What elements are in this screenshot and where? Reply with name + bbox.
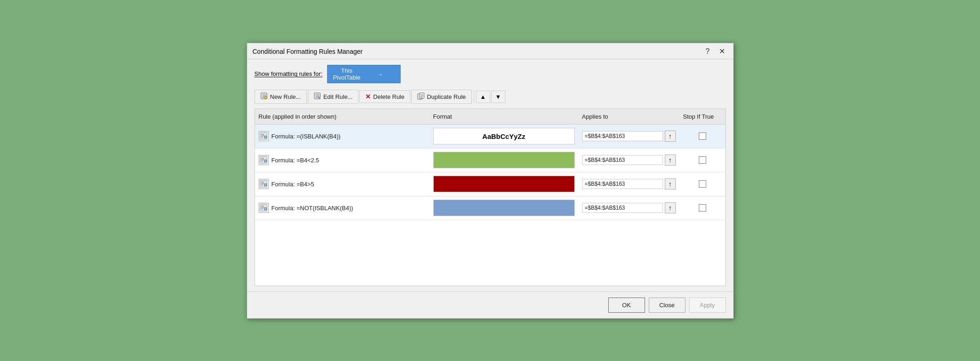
toolbar-separator bbox=[474, 90, 474, 103]
edit-rule-label: Edit Rule... bbox=[323, 93, 353, 100]
toolbar: New Rule... Edit Rule... ✕ Del bbox=[255, 90, 726, 104]
applies-select-btn-0[interactable]: ↑ bbox=[665, 131, 676, 142]
header-stop: Stop If True bbox=[680, 111, 725, 122]
rule-icon-3 bbox=[259, 203, 269, 213]
rule-cell-1: Formula: =B4<2.5 bbox=[255, 149, 430, 172]
format-cell-3 bbox=[430, 196, 578, 220]
rule-text-0: Formula: =(ISBLANK(B4)) bbox=[272, 133, 341, 140]
close-button[interactable]: ✕ bbox=[716, 47, 728, 56]
stop-checkbox-2[interactable] bbox=[699, 180, 706, 188]
duplicate-rule-button[interactable]: Duplicate Rule bbox=[411, 90, 472, 104]
stop-checkbox-1[interactable] bbox=[699, 156, 706, 164]
apply-button[interactable]: Apply bbox=[689, 298, 726, 313]
rule-icon-1 bbox=[259, 155, 269, 165]
applies-select-btn-1[interactable]: ↑ bbox=[665, 155, 676, 166]
dropdown-arrow-icon: ⌄ bbox=[365, 71, 397, 77]
header-rule: Rule (applied in order shown) bbox=[255, 111, 430, 122]
show-for-label: Show formatting rules for: bbox=[255, 70, 323, 77]
table-row[interactable]: Formula: =B4<2.5 ↑ bbox=[255, 149, 725, 172]
show-for-dropdown[interactable]: This PivotTable ⌄ bbox=[327, 65, 401, 83]
stop-checkbox-0[interactable] bbox=[699, 132, 706, 140]
format-preview-0: AaBbCcYyZz bbox=[433, 128, 575, 144]
applies-select-btn-3[interactable]: ↑ bbox=[665, 202, 676, 213]
duplicate-rule-label: Duplicate Rule bbox=[427, 93, 466, 100]
table-row[interactable]: Formula: =(ISBLANK(B4)) AaBbCcYyZz ↑ bbox=[255, 125, 725, 149]
applies-input-3[interactable] bbox=[582, 203, 663, 213]
close-dialog-button[interactable]: Close bbox=[649, 298, 685, 313]
rule-cell-0: Formula: =(ISBLANK(B4)) bbox=[255, 125, 430, 148]
table-row[interactable]: Formula: =NOT(ISBLANK(B4)) ↑ bbox=[255, 196, 725, 220]
show-for-row: Show formatting rules for: This PivotTab… bbox=[255, 65, 726, 85]
applies-cell-2: ↑ bbox=[578, 172, 680, 196]
applies-input-1[interactable] bbox=[582, 155, 663, 165]
dialog-title: Conditional Formatting Rules Manager bbox=[253, 48, 363, 55]
rule-text-2: Formula: =B4>5 bbox=[272, 181, 314, 188]
applies-input-2[interactable] bbox=[582, 179, 663, 189]
move-up-button[interactable]: ▲ bbox=[476, 91, 490, 103]
show-for-value: This PivotTable bbox=[331, 67, 363, 81]
dialog-footer: OK Close Apply bbox=[247, 292, 733, 318]
table-empty-area bbox=[255, 220, 725, 248]
rule-text-1: Formula: =B4<2.5 bbox=[272, 157, 319, 164]
header-format: Format bbox=[430, 111, 578, 122]
edit-rule-button[interactable]: Edit Rule... bbox=[308, 90, 359, 104]
format-cell-1 bbox=[430, 149, 578, 172]
delete-rule-button[interactable]: ✕ Delete Rule bbox=[359, 90, 410, 103]
stop-cell-3 bbox=[680, 196, 725, 220]
rule-text-3: Formula: =NOT(ISBLANK(B4)) bbox=[272, 205, 353, 212]
help-button[interactable]: ? bbox=[703, 47, 713, 56]
edit-rule-icon bbox=[314, 92, 321, 101]
stop-cell-2 bbox=[680, 172, 725, 196]
conditional-formatting-dialog: Conditional Formatting Rules Manager ? ✕… bbox=[247, 43, 734, 319]
applies-select-btn-2[interactable]: ↑ bbox=[665, 178, 676, 189]
rule-cell-3: Formula: =NOT(ISBLANK(B4)) bbox=[255, 196, 430, 220]
title-bar-controls: ? ✕ bbox=[703, 47, 728, 56]
stop-cell-0 bbox=[680, 125, 725, 148]
move-down-button[interactable]: ▼ bbox=[491, 91, 505, 103]
rule-cell-2: Formula: =B4>5 bbox=[255, 172, 430, 196]
format-preview-3 bbox=[433, 200, 575, 216]
table-row[interactable]: Formula: =B4>5 ↑ bbox=[255, 172, 725, 196]
ok-button[interactable]: OK bbox=[608, 298, 645, 313]
new-rule-label: New Rule... bbox=[270, 93, 301, 100]
rules-table: Rule (applied in order shown) Format App… bbox=[255, 109, 726, 286]
rule-icon-0 bbox=[259, 131, 269, 141]
applies-cell-1: ↑ bbox=[578, 149, 680, 172]
stop-cell-1 bbox=[680, 149, 725, 172]
applies-cell-3: ↑ bbox=[578, 196, 680, 220]
dialog-body: Show formatting rules for: This PivotTab… bbox=[247, 59, 733, 292]
delete-rule-label: Delete Rule bbox=[373, 93, 404, 100]
table-header: Rule (applied in order shown) Format App… bbox=[255, 109, 725, 125]
rule-icon-2 bbox=[259, 179, 269, 189]
new-rule-button[interactable]: New Rule... bbox=[255, 90, 307, 104]
delete-icon: ✕ bbox=[365, 93, 371, 100]
format-preview-2 bbox=[433, 176, 575, 192]
header-applies: Applies to bbox=[578, 111, 680, 122]
applies-cell-0: ↑ bbox=[578, 125, 680, 148]
format-preview-1 bbox=[433, 152, 575, 168]
title-bar: Conditional Formatting Rules Manager ? ✕ bbox=[247, 43, 733, 59]
stop-checkbox-3[interactable] bbox=[699, 204, 706, 212]
format-cell-0: AaBbCcYyZz bbox=[430, 125, 578, 148]
applies-input-0[interactable] bbox=[582, 131, 663, 141]
duplicate-icon bbox=[417, 92, 425, 101]
format-cell-2 bbox=[430, 172, 578, 196]
new-rule-icon bbox=[261, 92, 268, 101]
